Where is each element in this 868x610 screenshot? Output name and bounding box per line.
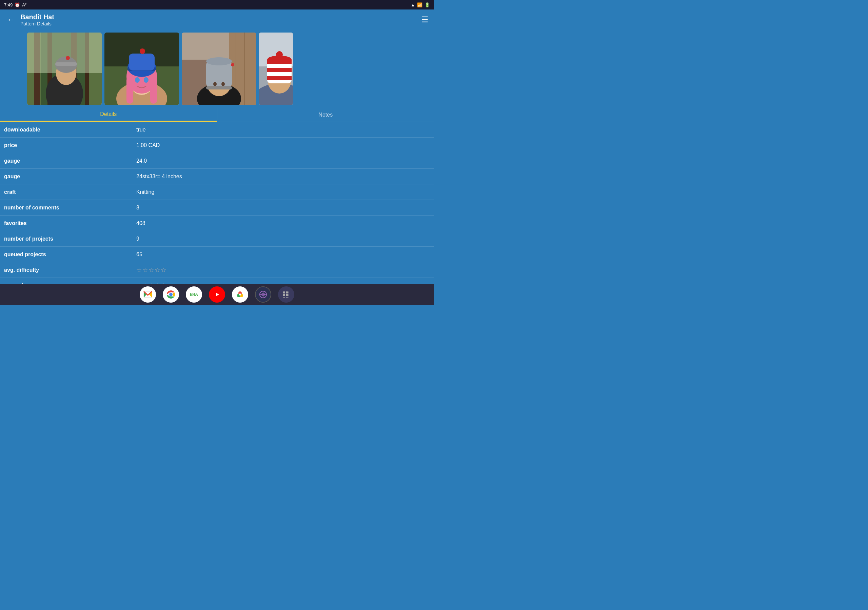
svg-point-36 (213, 82, 217, 86)
photo-item-3[interactable] (182, 33, 256, 105)
app-bar-left: ← Bandit Hat Pattern Details (5, 13, 54, 26)
tab-details[interactable]: Details (0, 108, 217, 122)
svg-rect-34 (206, 86, 232, 90)
nav-chrome[interactable] (163, 286, 179, 303)
pattern-subtitle: Pattern Details (20, 21, 54, 26)
svg-rect-66 (288, 291, 289, 294)
photo-item-2[interactable] (104, 33, 179, 105)
detail-row-9: avg. difficulty☆☆☆☆☆ (0, 262, 434, 278)
detail-row-2: gauge24.0 (0, 153, 434, 169)
menu-button[interactable]: ☰ (421, 15, 429, 25)
bottom-nav: B4A (0, 284, 434, 305)
detail-label-8: queued projects (3, 248, 135, 261)
detail-row-4: craftKnitting (0, 184, 434, 200)
svg-point-37 (222, 82, 225, 86)
svg-rect-17 (127, 77, 133, 104)
detail-value-0: true (135, 123, 431, 136)
svg-point-24 (144, 77, 149, 83)
detail-label-2: gauge (3, 155, 135, 167)
detail-row-1: price1.00 CAD (0, 138, 434, 153)
alarm-icon: ⏰ (15, 2, 20, 8)
svg-point-11 (66, 56, 70, 60)
nav-gmail[interactable] (140, 286, 156, 303)
back-button[interactable]: ← (5, 14, 16, 26)
tab-notes[interactable]: Notes (217, 108, 434, 122)
svg-rect-21 (129, 54, 155, 71)
svg-point-22 (140, 48, 145, 54)
photo-strip (0, 30, 434, 108)
svg-point-33 (206, 57, 232, 65)
svg-rect-44 (267, 68, 291, 72)
signal-icon: 📶 (417, 2, 423, 8)
detail-value-4: Knitting (135, 186, 431, 198)
accessibility-icon: A² (22, 2, 26, 8)
detail-label-0: downloadable (3, 123, 135, 136)
svg-point-35 (231, 63, 234, 67)
svg-rect-10 (55, 62, 77, 66)
detail-label-6: favorites (3, 217, 135, 230)
detail-row-6: favorites408 (0, 215, 434, 231)
detail-value-3: 24stx33r= 4 inches (135, 170, 431, 183)
detail-row-3: gauge24stx33r= 4 inches (0, 169, 434, 184)
detail-row-8: queued projects65 (0, 247, 434, 262)
nav-apps[interactable] (278, 286, 294, 303)
detail-value-8: 65 (135, 248, 431, 261)
svg-rect-65 (286, 291, 288, 294)
status-bar: 7:49 ⏰ A² ▲ 📶 🔋 (0, 0, 434, 9)
svg-rect-64 (283, 291, 285, 294)
wifi-icon: ▲ (411, 2, 415, 8)
nav-browser[interactable] (255, 286, 271, 303)
app-bar: ← Bandit Hat Pattern Details ☰ (0, 9, 434, 30)
nav-youtube[interactable] (209, 286, 225, 303)
detail-row-5: number of comments8 (0, 200, 434, 215)
svg-rect-70 (283, 297, 285, 297)
svg-rect-18 (150, 77, 157, 104)
detail-value-2: 24.0 (135, 155, 431, 167)
svg-point-23 (135, 77, 140, 83)
time-display: 7:49 (4, 2, 12, 8)
detail-value-1: 1.00 CAD (135, 139, 431, 152)
detail-label-7: number of projects (3, 232, 135, 245)
svg-point-53 (169, 293, 172, 296)
detail-label-3: gauge (3, 170, 135, 183)
details-table: downloadabletrueprice1.00 CADgauge24.0ga… (0, 122, 434, 305)
tabs-container: Details Notes (0, 108, 434, 122)
detail-value-9: ☆☆☆☆☆ (135, 263, 431, 277)
detail-label-4: craft (3, 186, 135, 198)
detail-row-0: downloadabletrue (0, 122, 434, 138)
pattern-title: Bandit Hat (20, 13, 54, 21)
nav-photos[interactable] (232, 286, 248, 303)
svg-rect-68 (286, 294, 288, 296)
detail-value-7: 9 (135, 232, 431, 245)
svg-point-59 (239, 294, 241, 296)
detail-value-5: 8 (135, 201, 431, 214)
photo-item-1[interactable] (27, 33, 102, 105)
svg-point-47 (276, 51, 283, 58)
detail-row-7: number of projects9 (0, 231, 434, 247)
photo-item-4[interactable] (259, 33, 293, 105)
app-bar-title: Bandit Hat Pattern Details (20, 13, 54, 26)
detail-label-5: number of comments (3, 201, 135, 214)
status-icons: ▲ 📶 🔋 (411, 2, 430, 8)
detail-label-1: price (3, 139, 135, 152)
svg-rect-67 (283, 294, 285, 296)
nav-b4a[interactable]: B4A (186, 286, 202, 303)
svg-rect-72 (288, 297, 289, 297)
svg-rect-71 (286, 297, 288, 297)
status-time-area: 7:49 ⏰ A² (4, 2, 26, 8)
svg-rect-45 (267, 76, 291, 80)
detail-label-9: avg. difficulty (3, 264, 135, 277)
detail-value-6: 408 (135, 217, 431, 230)
battery-icon: 🔋 (425, 2, 430, 8)
svg-rect-69 (288, 294, 289, 296)
